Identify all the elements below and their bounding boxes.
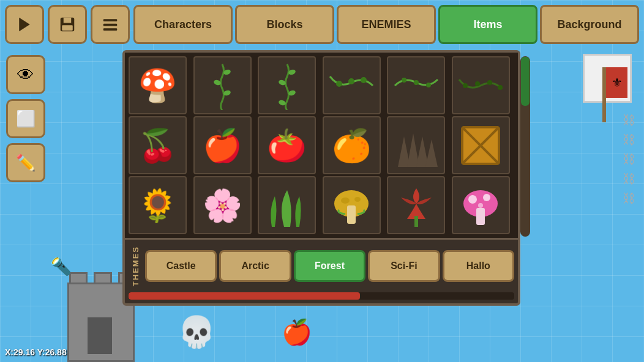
- theme-castle[interactable]: Castle: [145, 250, 217, 282]
- svg-rect-38: [476, 208, 485, 225]
- flag-decoration: ⚜: [602, 67, 606, 122]
- menu-icon: [101, 15, 119, 34]
- tab-items[interactable]: Items: [438, 5, 537, 44]
- item-crate[interactable]: [452, 116, 510, 174]
- themes-bar: THEMES Castle Arctic Forest Sci-Fi Hallo: [125, 238, 518, 292]
- toolbar: Characters Blocks ENEMIES Items Backgrou…: [0, 0, 644, 49]
- item-vine2[interactable]: [258, 56, 316, 114]
- torch-decoration: 🔦: [50, 256, 72, 276]
- svg-point-40: [483, 194, 490, 201]
- tab-background[interactable]: Background: [540, 5, 639, 44]
- item-tomato[interactable]: 🍅: [258, 116, 316, 174]
- svg-point-19: [426, 83, 431, 87]
- save-button[interactable]: [48, 5, 87, 44]
- item-orange[interactable]: 🍊: [323, 116, 381, 174]
- main-panel: 🍄: [122, 50, 520, 306]
- svg-point-16: [361, 77, 367, 83]
- theme-forest[interactable]: Forest: [294, 250, 365, 282]
- svg-rect-4: [103, 19, 118, 21]
- item-grass[interactable]: [258, 176, 316, 234]
- play-button[interactable]: [5, 5, 44, 44]
- item-flower[interactable]: 🌸: [193, 176, 252, 234]
- svg-point-34: [341, 198, 350, 204]
- scrollbar-thumb[interactable]: [521, 57, 530, 106]
- tab-blocks[interactable]: Blocks: [235, 5, 334, 44]
- svg-point-23: [498, 85, 503, 90]
- item-sunflower[interactable]: 🌻: [129, 176, 187, 234]
- items-grid: 🍄: [125, 53, 518, 238]
- scrollbar-track[interactable]: [520, 56, 530, 237]
- crate-icon: [459, 124, 502, 167]
- svg-point-39: [468, 195, 477, 204]
- item-garland1[interactable]: [323, 56, 381, 114]
- play-icon: [15, 15, 34, 34]
- tab-group: Characters Blocks ENEMIES Items Backgrou…: [133, 5, 639, 44]
- spikes-icon: [392, 124, 441, 167]
- mushroom-yellow-icon: [330, 182, 373, 228]
- item-pink-mushroom[interactable]: [452, 176, 510, 234]
- progress-bar-fill: [129, 292, 360, 300]
- svg-point-20: [463, 83, 468, 88]
- eye-icon: 👁: [17, 65, 34, 85]
- svg-marker-27: [425, 139, 438, 167]
- apple-emoji: 🍎: [203, 130, 242, 161]
- eraser-tool-button[interactable]: ⬜: [6, 99, 45, 138]
- item-cherries[interactable]: 🍒: [129, 116, 187, 174]
- item-red-flower[interactable]: [387, 176, 445, 234]
- svg-point-41: [478, 203, 483, 208]
- svg-point-15: [348, 78, 354, 84]
- vine2-icon: [275, 61, 299, 110]
- item-garland3[interactable]: [452, 56, 510, 114]
- apple-item: 🍎: [282, 318, 312, 347]
- flower-emoji: 🌸: [203, 190, 242, 221]
- eye-tool-button[interactable]: 👁: [6, 55, 45, 94]
- item-mushroom[interactable]: 🍄: [129, 56, 187, 114]
- svg-point-17: [402, 78, 406, 83]
- save-icon: [58, 15, 77, 34]
- tomato-emoji: 🍅: [267, 130, 307, 161]
- garland3-icon: [456, 70, 505, 101]
- svg-rect-3: [62, 25, 73, 31]
- garland2-icon: [392, 70, 441, 101]
- svg-point-35: [354, 197, 361, 202]
- item-mushroom-yellow[interactable]: [323, 176, 381, 234]
- svg-point-14: [336, 81, 342, 87]
- svg-point-18: [414, 80, 419, 85]
- theme-arctic[interactable]: Arctic: [219, 250, 291, 282]
- item-garland2[interactable]: [387, 56, 445, 114]
- tab-enemies[interactable]: ENEMIES: [337, 5, 436, 44]
- left-tools: 👁 ⬜ ✏️: [6, 55, 45, 182]
- theme-hallo[interactable]: Hallo: [443, 250, 514, 282]
- item-vine1[interactable]: [193, 56, 252, 114]
- skeleton-character: 💀: [178, 314, 215, 350]
- eraser-icon: ⬜: [16, 109, 36, 128]
- menu-button[interactable]: [91, 5, 130, 44]
- progress-bar-container: [129, 292, 514, 300]
- svg-rect-6: [103, 28, 118, 31]
- cherries-emoji: 🍒: [138, 130, 178, 161]
- pencil-icon: ✏️: [16, 153, 36, 172]
- svg-rect-36: [414, 216, 418, 227]
- pink-mushroom-icon: [459, 182, 502, 228]
- pencil-tool-button[interactable]: ✏️: [6, 143, 45, 182]
- chain-decoration: ⛓⛓⛓⛓⛓: [623, 110, 635, 208]
- svg-rect-2: [64, 18, 72, 23]
- tab-characters[interactable]: Characters: [133, 5, 233, 44]
- coordinates: X:29.16 Y:26.88: [5, 347, 67, 357]
- svg-point-22: [487, 80, 492, 85]
- vine1-icon: [210, 61, 234, 110]
- svg-point-21: [475, 81, 480, 86]
- garland1-icon: [327, 70, 376, 101]
- svg-rect-33: [347, 205, 356, 224]
- theme-scifi[interactable]: Sci-Fi: [368, 250, 440, 282]
- grass-icon: [263, 184, 312, 227]
- item-apple[interactable]: 🍎: [193, 116, 252, 174]
- svg-rect-5: [103, 24, 118, 26]
- mushroom-emoji: 🍄: [138, 70, 178, 102]
- themes-label: THEMES: [129, 243, 143, 289]
- item-spikes[interactable]: [387, 116, 445, 174]
- orange-emoji: 🍊: [332, 130, 372, 161]
- red-flower-icon: [395, 182, 438, 228]
- svg-marker-0: [19, 18, 30, 32]
- sunflower-emoji: 🌻: [138, 190, 178, 221]
